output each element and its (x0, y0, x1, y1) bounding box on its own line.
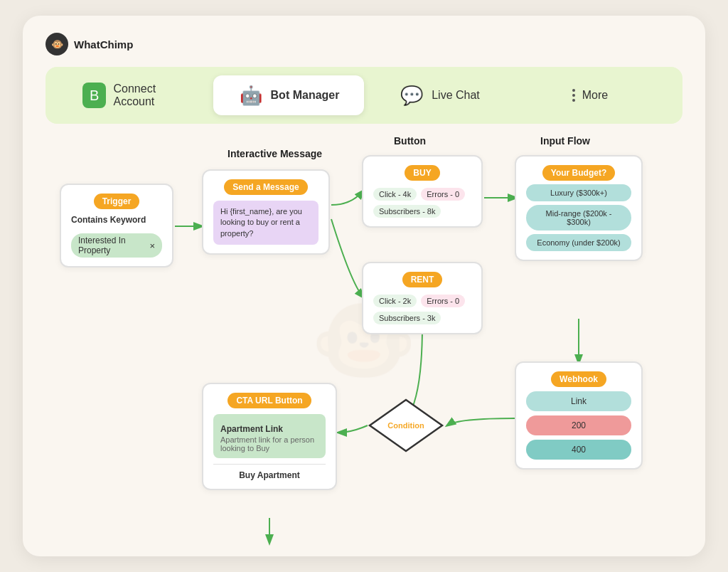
main-container: 🐵 WhatChimp B Connect Account 🤖 Bot Mana… (23, 16, 705, 556)
rent-subscribers-stat: Subscribers - 3k (373, 312, 441, 324)
buy-badge: BUY (405, 165, 439, 181)
connect-account-icon: B (82, 83, 106, 108)
close-icon[interactable]: × (149, 240, 155, 251)
trigger-badge: Trigger (94, 194, 140, 209)
nav-bar: B Connect Account 🤖 Bot Manager 💬 Live C… (46, 67, 682, 124)
buy-click-stat: Click - 4k (373, 188, 417, 201)
section-input-flow: Input Flow (540, 135, 590, 147)
option-economy[interactable]: Economy (under $200k) (526, 234, 631, 251)
webhook-card[interactable]: Webhook Link 200 400 (515, 361, 643, 470)
cta-divider (213, 464, 326, 465)
live-chat-label: Live Chat (432, 89, 480, 102)
logo-area: 🐵 WhatChimp (46, 33, 682, 55)
keyword-text: Interested In Property (78, 235, 146, 255)
cta-btn-label: Buy Apartment (213, 470, 326, 480)
message-content: Hi {first_name}, are you looking to buy … (213, 201, 318, 245)
rent-errors-stat: Errors - 0 (421, 295, 465, 307)
nav-item-live-chat[interactable]: 💬 Live Chat (364, 75, 515, 115)
trigger-keyword-label: Contains Keyword (71, 215, 162, 225)
more-icon (572, 89, 575, 102)
section-button: Button (394, 135, 426, 147)
flow-area: 🐵 Interactive Message Button Input Flow (46, 141, 682, 539)
rent-click-stat: Click - 2k (373, 295, 417, 307)
nav-item-more[interactable]: More (515, 82, 665, 109)
buy-card[interactable]: BUY Click - 4k Errors - 0 Subscribers - … (362, 155, 483, 228)
option-luxury[interactable]: Luxury ($300k+) (526, 184, 631, 201)
webhook-400[interactable]: 400 (526, 440, 631, 460)
option-mid[interactable]: Mid-range ($200k - $300k) (526, 205, 631, 231)
svg-text:Condition: Condition (387, 421, 424, 430)
bot-manager-label: Bot Manager (271, 89, 340, 102)
input-flow-card[interactable]: Your Budget? Luxury ($300k+) Mid-range (… (515, 155, 643, 261)
trigger-card[interactable]: Trigger Contains Keyword Interested In P… (60, 184, 173, 268)
webhook-link[interactable]: Link (526, 391, 631, 411)
condition-diamond[interactable]: Condition (367, 397, 445, 454)
cta-badge: CTA URL Button (228, 393, 311, 408)
nav-item-connect-account[interactable]: B Connect Account (63, 75, 213, 115)
send-message-badge: Send a Message (224, 179, 307, 195)
cta-link-label: Apartment Link (220, 424, 318, 434)
bot-manager-icon: 🤖 (238, 83, 264, 108)
live-chat-icon: 💬 (399, 83, 424, 108)
interactive-message-card[interactable]: Send a Message Hi {first_name}, are you … (202, 169, 330, 255)
trigger-keyword-tag: Interested In Property × (71, 233, 162, 258)
logo-icon: 🐵 (46, 33, 68, 55)
more-label: More (582, 89, 608, 102)
budget-badge: Your Budget? (542, 165, 615, 181)
connect-account-label: Connect Account (113, 83, 193, 108)
webhook-badge: Webhook (551, 371, 606, 387)
rent-badge: RENT (402, 272, 443, 287)
buy-errors-stat: Errors - 0 (421, 188, 465, 201)
nav-item-bot-manager[interactable]: 🤖 Bot Manager (213, 75, 364, 115)
section-interactive-message: Interactive Message (228, 148, 322, 159)
logo-text: WhatChimp (74, 38, 133, 51)
webhook-200[interactable]: 200 (526, 415, 631, 435)
buy-subscribers-stat: Subscribers - 8k (373, 205, 441, 218)
rent-card[interactable]: RENT Click - 2k Errors - 0 Subscribers -… (362, 262, 483, 334)
cta-link-desc: Apartment link for a person looking to B… (220, 435, 318, 452)
cta-card[interactable]: CTA URL Button Apartment Link Apartment … (202, 383, 337, 490)
